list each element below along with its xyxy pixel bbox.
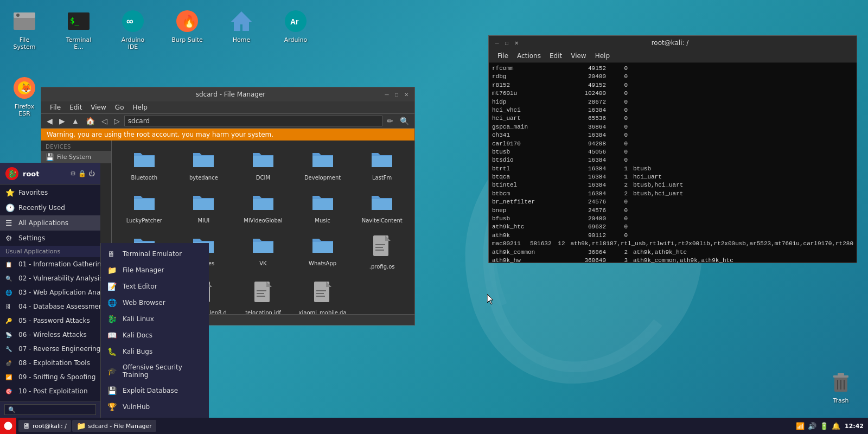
db-label: 04 - Database Assessment (18, 303, 100, 310)
fm-minimize-button[interactable]: ─ (383, 91, 391, 98)
fm-menu-go[interactable]: Go (111, 103, 129, 112)
menu-lock-icon[interactable]: 🔒 (78, 170, 86, 177)
menu-item-passwords[interactable]: 🔑 05 - Password Attacks (0, 314, 100, 328)
fm-prev-button[interactable]: ◁ (99, 116, 110, 126)
terminal-line: btrtl163841btusb (492, 165, 853, 173)
taskbar-terminal-app[interactable]: 🖥 root@kali: / (18, 420, 71, 432)
sidebar-filesystem[interactable]: 💾 File System (41, 151, 111, 163)
menu-item-recently-used[interactable]: 🕐 Recently Used (0, 200, 100, 215)
folder-icon (192, 149, 215, 173)
fm-edit-button[interactable]: ✏ (385, 116, 395, 126)
menu-item-all-applications[interactable]: ☰ All Applications (0, 215, 100, 231)
menu-item-reverse-eng[interactable]: 🔧 07 - Reverse Engineering (0, 342, 100, 356)
file-item-telocation[interactable]: telocation.idf (236, 278, 290, 314)
submenu-terminal[interactable]: 🖥 Terminal Emulator (101, 246, 209, 262)
location-bar[interactable]: sdcard (124, 116, 382, 126)
terminal-close-button[interactable]: ✕ (513, 39, 520, 47)
submenu-texteditor-icon: 📝 (107, 282, 118, 291)
fm-up-button[interactable]: ▲ (69, 116, 81, 126)
terminal-menu-actions[interactable]: Actions (513, 51, 545, 61)
file-item-navilcontent[interactable]: NavitelContent (355, 189, 409, 226)
menu-item-exploit[interactable]: 💣 08 - Exploitation Tools (0, 356, 100, 370)
notifications-icon[interactable]: 🔔 (832, 422, 840, 430)
network-icon[interactable]: 📶 (796, 422, 805, 430)
terminal-maximize-button[interactable]: □ (503, 39, 510, 47)
fm-next-button[interactable]: ▷ (112, 116, 122, 126)
terminal-line: hci_uart655360 (492, 114, 853, 123)
file-item-development[interactable]: Development (296, 146, 350, 183)
desktop-icon-arduino[interactable]: Ar Arduino (277, 5, 315, 53)
home-label: Home (233, 36, 250, 43)
file-manager-title: sdcard - File Manager (78, 91, 383, 98)
submenu-offensive-security[interactable]: 🎓 Offensive Security Training (101, 360, 209, 382)
fm-close-button[interactable]: ✕ (403, 91, 410, 98)
file-item-music[interactable]: Music (296, 189, 350, 226)
desktop-icon-firefox[interactable]: 🦊 Firefox ESR (5, 72, 43, 120)
desktop-icon-home[interactable]: Home (222, 5, 260, 53)
menu-item-info-gathering[interactable]: 📋 01 - Information Gathering (0, 257, 100, 271)
svg-text:🔥: 🔥 (182, 14, 197, 29)
menu-item-wireless[interactable]: 📡 06 - Wireless Attacks (0, 328, 100, 342)
menu-item-web-apps[interactable]: 🌐 03 - Web Application Analysis (0, 285, 100, 299)
fm-menu-file[interactable]: File (46, 103, 65, 112)
file-item-miui[interactable]: MIUI (177, 189, 231, 226)
submenu-texteditor[interactable]: 📝 Text Editor (101, 278, 209, 295)
fm-search-button[interactable]: 🔍 (398, 116, 411, 126)
file-item-profig-os[interactable]: .profig.os (355, 232, 409, 272)
submenu-kali-bugs[interactable]: 🐛 Kali Bugs (101, 343, 209, 360)
menu-settings-icon[interactable]: ⚙ (70, 170, 76, 177)
volume-icon[interactable]: 🔊 (808, 422, 816, 430)
file-item-xiaomi-mobile[interactable]: xiaomi_mobile.dat (296, 278, 350, 314)
taskbar-start-button[interactable] (0, 418, 16, 434)
fm-maximize-button[interactable]: □ (393, 91, 400, 98)
file-item-lastfm[interactable]: LastFm (355, 146, 409, 183)
sys-tray: 📶 🔊 🔋 🔔 (796, 422, 840, 430)
filesystem-label: File System (8, 36, 41, 50)
all-apps-label: All Applications (18, 219, 68, 227)
fm-menu-view[interactable]: View (86, 103, 110, 112)
terminal-menu-view[interactable]: View (566, 51, 590, 61)
submenu-kali-label: Kali Linux (123, 315, 154, 323)
submenu-webbrowser[interactable]: 🌐 Web Browser (101, 295, 209, 311)
desktop-icon-arduino-ide[interactable]: ∞ Arduino IDE (114, 5, 152, 53)
submenu-vulnhub[interactable]: 🏆 VulnHub (101, 399, 209, 415)
file-item-bytedance[interactable]: bytedance (177, 146, 231, 183)
file-item-dcim[interactable]: DCIM (236, 146, 290, 183)
file-item-luckypatcher[interactable]: LuckyPatcher (117, 189, 171, 226)
fm-menu-help[interactable]: Help (128, 103, 151, 112)
file-item-bluetooth[interactable]: Bluetooth (117, 146, 171, 183)
desktop-icon-terminal[interactable]: $_ Terminal E... (60, 5, 98, 53)
terminal-menu-file[interactable]: File (493, 51, 513, 61)
taskbar-filemanager-app[interactable]: 📁 sdcard - File Manager (72, 420, 156, 432)
menu-item-settings[interactable]: ⚙ Settings (0, 231, 100, 246)
desktop-icon-filesystem[interactable]: File System (5, 5, 43, 53)
desktop-icon-burpsuite[interactable]: 🔥 Burp Suite (168, 5, 206, 53)
submenu-kali-linux[interactable]: 🐉 Kali Linux (101, 311, 209, 327)
menu-item-vuln-analysis[interactable]: 🔍 02 - Vulnerability Analysis (0, 271, 100, 285)
file-name: telocation.idf (245, 310, 281, 314)
terminal-menu-help[interactable]: Help (591, 51, 614, 61)
search-input[interactable] (4, 404, 96, 415)
svg-text:$_: $_ (70, 16, 79, 25)
fm-forward-button[interactable]: ▶ (57, 116, 67, 126)
arduino-ide-icon: ∞ (120, 8, 146, 34)
menu-power-icon[interactable]: ⏻ (88, 170, 95, 177)
submenu-kali-docs[interactable]: 📖 Kali Docs (101, 327, 209, 343)
terminal-minimize-button[interactable]: ─ (493, 39, 501, 47)
menu-item-favorites[interactable]: ⭐ Favorites (0, 185, 100, 200)
fm-menu-edit[interactable]: Edit (65, 103, 86, 112)
submenu-filemanager[interactable]: 📁 File Manager (101, 262, 209, 278)
terminal-menu-edit[interactable]: Edit (545, 51, 566, 61)
info-gathering-icon: 📋 (5, 261, 15, 267)
fm-back-button[interactable]: ◀ (44, 116, 55, 126)
file-item-whatsapp[interactable]: WhatsApp (296, 232, 350, 272)
fm-home-button[interactable]: 🏠 (84, 116, 97, 126)
submenu-exploit-db[interactable]: 💾 Exploit Database (101, 382, 209, 399)
file-item-vk[interactable]: VK (236, 232, 290, 272)
menu-item-post-exploit[interactable]: 🎯 10 - Post Exploitation (0, 384, 100, 398)
battery-icon[interactable]: 🔋 (820, 422, 828, 430)
desktop-icon-trash[interactable]: Trash (822, 366, 860, 407)
menu-item-sniffing[interactable]: 📶 09 - Sniffing & Spoofing (0, 370, 100, 384)
file-item-mivideoglobal[interactable]: MiVideoGlobal (236, 189, 290, 226)
menu-item-db[interactable]: 🗄 04 - Database Assessment (0, 299, 100, 314)
